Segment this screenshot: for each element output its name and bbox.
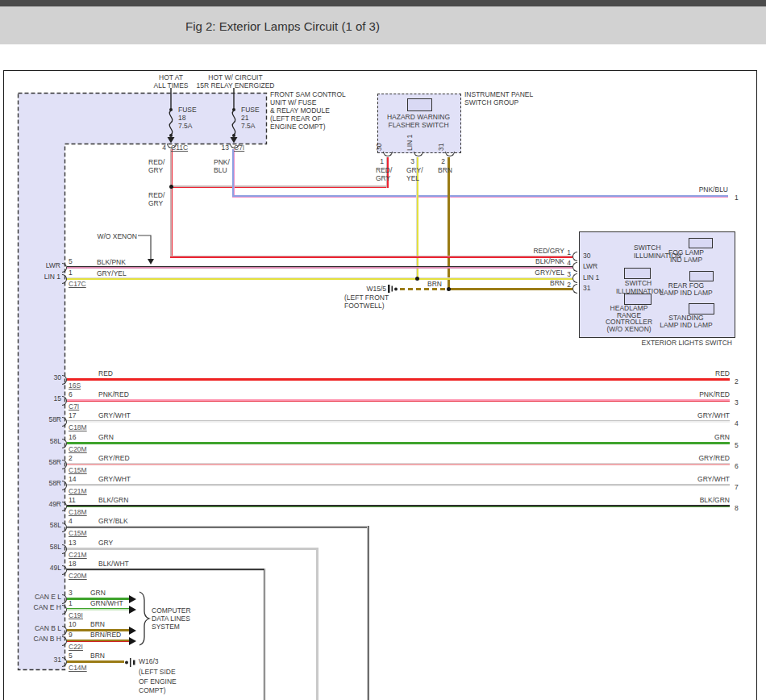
connector-name: C19I xyxy=(69,611,83,619)
ground-w16-icon xyxy=(125,658,135,667)
row-left-label: 58L xyxy=(16,543,61,551)
pin-number: 1 xyxy=(69,599,73,607)
pin-number: 4 xyxy=(69,517,73,525)
pin-number: 18 xyxy=(69,560,76,568)
wire-label-gry-yel: GRY/YEL xyxy=(97,269,127,277)
down-arrow-icon xyxy=(148,259,154,265)
wire-row xyxy=(67,463,730,465)
wire-row xyxy=(67,484,730,486)
connector-name: C7I xyxy=(234,144,244,152)
wire-number: 5 xyxy=(735,441,739,449)
connector-name: C21M xyxy=(69,551,87,559)
wire-name-label: GRN/WHT xyxy=(90,599,123,607)
standing-lamp-ind-lamp xyxy=(689,303,714,315)
right-arrow-icon xyxy=(129,595,136,603)
wire-row xyxy=(67,399,730,402)
wire-name-right: GRY/WHT xyxy=(673,411,730,419)
wire-brn-vertical xyxy=(448,157,450,290)
connector-name: C18M xyxy=(69,508,87,516)
switch-pin-31: 31 xyxy=(583,284,590,292)
connector-name: C17C xyxy=(69,280,86,288)
hazard-switch-symbol xyxy=(407,98,432,111)
pin-number: 3 xyxy=(405,157,414,165)
pin-number: 5 xyxy=(69,652,73,660)
wire-blk-pnk xyxy=(67,266,572,269)
figure-title: Fig 2: Exterior Lamps Circuit (1 of 3) xyxy=(185,19,380,34)
wire-name-right: RED xyxy=(673,369,730,377)
wiring-diagram-page: Fig 2: Exterior Lamps Circuit (1 of 3) xyxy=(0,0,766,700)
wire-label-brn: BRN xyxy=(427,280,442,288)
ground-location-w16: (LEFT SIDE OF ENGINE COMPT) xyxy=(139,668,177,696)
connector-name: C15M xyxy=(69,466,87,474)
wire-label-brn: BRN xyxy=(438,166,452,174)
wire-brn-to-switch xyxy=(448,288,572,290)
wire-row xyxy=(67,526,369,528)
row-left-label: 58R xyxy=(16,415,61,423)
connector-name: C18M xyxy=(69,423,87,431)
fuse-18-label: FUSE 18 7.5A xyxy=(178,106,197,130)
ground-name-w16: W16/3 xyxy=(139,657,159,665)
wire-name-label: PNK/RED xyxy=(98,390,129,398)
wire-name-right: GRY/RED xyxy=(673,454,730,462)
pin-number: 2 xyxy=(561,281,571,289)
wire-row xyxy=(67,442,730,444)
wire-name-right: BLK/GRN xyxy=(673,496,730,504)
pin-number: 1 xyxy=(374,157,384,165)
standing-lamp-label: STANDING LAMP IND LAMP xyxy=(657,315,715,328)
connector-arc xyxy=(572,284,577,294)
front-sam-label: FRONT SAM CONTROL UNIT W/ FUSE & RELAY M… xyxy=(270,90,346,131)
hazard-pin-30: 30 xyxy=(375,144,383,151)
wire-name-right: PNK/RED xyxy=(673,390,730,398)
wire-row xyxy=(67,569,266,571)
wire-number: 3 xyxy=(735,398,739,406)
row-left-label: 58R xyxy=(16,458,61,466)
pin-number: 17 xyxy=(69,411,76,419)
connector-arc xyxy=(572,262,577,272)
pin-number: 6 xyxy=(69,390,73,398)
wire-number: 1 xyxy=(735,194,739,202)
wire-name-label: GRY/BLK xyxy=(98,517,128,525)
wire-gry-yel xyxy=(67,277,572,280)
sam-pin-lwr: LWR xyxy=(36,261,60,269)
connector-name: 16S xyxy=(69,381,81,390)
ground-w15-icon xyxy=(388,285,398,293)
pin-number: 16 xyxy=(69,433,76,441)
junction-dot xyxy=(447,287,451,291)
wire-label-red-gry: RED/ GRY xyxy=(376,166,392,182)
hazard-switch-name: HAZARD WARNING FLASHER SWITCH xyxy=(377,113,460,129)
wire-label: GRY/YEL xyxy=(508,269,564,277)
wo-xenon-label: W/O XENON xyxy=(90,232,137,240)
wire-label-red-gry: RED/ GRY xyxy=(148,158,164,174)
wire-red-gry-vertical xyxy=(170,149,173,257)
wire-name-right: GRN xyxy=(673,433,730,441)
feed-label-hot-w-circuit: HOT W/ CIRCUIT 15R RELAY ENERGIZED xyxy=(191,73,280,90)
row-left-label: 49L xyxy=(16,564,61,572)
right-arrow-icon xyxy=(129,637,136,645)
wire-row-drop xyxy=(367,526,369,700)
wire-number: 8 xyxy=(735,504,739,512)
wire-label-brn: BRN xyxy=(90,652,105,660)
wire-row xyxy=(67,420,730,423)
sam-pin-31: 31 xyxy=(32,656,61,664)
row-left-label: 58R xyxy=(16,479,61,487)
connector-name: C20M xyxy=(69,445,87,453)
pin-number: 2 xyxy=(435,157,445,165)
switch-pin-30: 30 xyxy=(583,252,590,260)
pin-number: 13 xyxy=(69,539,76,547)
wire-pnk-blu-vertical xyxy=(232,149,235,198)
connector-arc xyxy=(572,273,577,283)
hazard-pin-lin1: LIN 1 xyxy=(406,135,414,151)
junction-dot xyxy=(169,185,173,189)
wire-label: BRN xyxy=(508,279,564,287)
wire-name-label: GRY/RED xyxy=(98,454,130,462)
connector-name: C14M xyxy=(69,664,87,672)
can-left-label: CAN E L xyxy=(16,593,61,601)
row-left-label: 15 xyxy=(16,394,61,402)
wire-name-label: GRN xyxy=(90,589,106,597)
pin-number: 3 xyxy=(561,270,571,278)
wire-label-blk-pnk: BLK/PNK xyxy=(97,258,126,266)
pin-number: 4 xyxy=(154,144,166,152)
right-arrow-icon xyxy=(129,627,136,635)
wire-row xyxy=(67,548,318,550)
headlamp-range-controller xyxy=(624,294,652,305)
